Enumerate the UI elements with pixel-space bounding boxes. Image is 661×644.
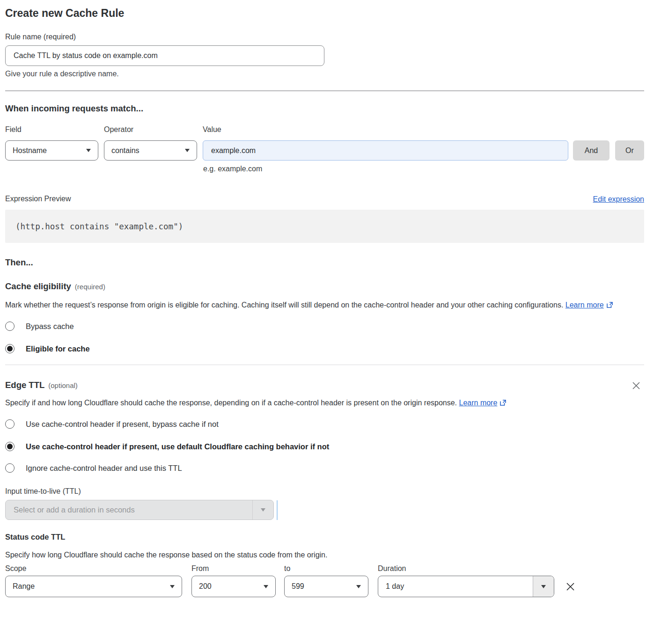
operator-select-value: contains xyxy=(111,146,140,155)
from-label: From xyxy=(191,564,284,573)
to-select[interactable]: 599 xyxy=(284,576,368,597)
chevron-down-icon xyxy=(261,508,265,512)
value-label: Value xyxy=(203,125,568,134)
ttl-duration-select[interactable]: Select or add a duration in seconds xyxy=(5,500,274,520)
edge-ttl-radio-default[interactable] xyxy=(5,442,15,451)
status-labels-row: Scope From to Duration xyxy=(5,564,644,573)
edge-ttl-qualifier: (optional) xyxy=(48,381,78,389)
rule-name-value: Cache TTL by status code on example.com xyxy=(14,51,158,60)
match-heading: When incoming requests match... xyxy=(5,103,644,114)
edge-ttl-option-bypass-label[interactable]: Use cache-control header if present, byp… xyxy=(26,420,219,429)
status-code-ttl-heading: Status code TTL xyxy=(5,533,644,542)
edge-ttl-radio-ignore[interactable] xyxy=(5,463,15,473)
eligible-for-cache-option[interactable]: Eligible for cache xyxy=(5,344,644,353)
cache-eligibility-heading: Cache eligibility(required) xyxy=(5,281,644,292)
edit-expression-link[interactable]: Edit expression xyxy=(593,195,644,204)
field-label: Field xyxy=(5,125,98,134)
status-code-ttl-description: Specify how long Cloudflare should cache… xyxy=(5,551,644,559)
match-labels-row: Field Operator Value xyxy=(5,125,644,134)
duration-combobox[interactable]: 1 day xyxy=(378,576,554,597)
edge-ttl-radio-bypass[interactable] xyxy=(5,419,15,429)
or-button[interactable]: Or xyxy=(615,140,644,161)
edge-ttl-header-row: Edge TTL(optional) xyxy=(5,380,644,390)
match-controls-row: Hostname contains example.com And Or xyxy=(5,140,644,161)
scope-label: Scope xyxy=(5,564,191,573)
chevron-down-icon xyxy=(86,149,91,152)
edge-ttl-option-bypass[interactable]: Use cache-control header if present, byp… xyxy=(5,419,644,429)
field-select[interactable]: Hostname xyxy=(5,140,98,161)
chevron-down-icon xyxy=(356,585,361,588)
edge-ttl-learn-more-link[interactable]: Learn more xyxy=(459,399,507,407)
operator-label: Operator xyxy=(104,125,197,134)
text-cursor xyxy=(277,500,278,520)
rule-name-input[interactable]: Cache TTL by status code on example.com xyxy=(5,45,324,66)
edge-ttl-option-ignore-label[interactable]: Ignore cache-control header and use this… xyxy=(26,464,182,473)
cache-eligibility-description: Mark whether the request’s response from… xyxy=(5,299,635,312)
rule-name-label: Rule name (required) xyxy=(5,32,644,42)
to-select-value: 599 xyxy=(292,582,304,591)
eligible-for-cache-radio[interactable] xyxy=(5,344,15,353)
section-divider xyxy=(5,365,644,365)
ttl-select-arrow-segment[interactable] xyxy=(252,500,273,520)
page-title: Create new Cache Rule xyxy=(5,7,644,20)
close-icon[interactable] xyxy=(632,381,640,390)
from-select[interactable]: 200 xyxy=(191,576,276,597)
scope-select-value: Range xyxy=(13,582,35,591)
chevron-down-icon xyxy=(170,585,175,588)
external-link-icon xyxy=(606,301,613,308)
edge-ttl-description: Specify if and how long Cloudflare shoul… xyxy=(5,396,520,410)
close-icon xyxy=(566,582,575,592)
ttl-input-label: Input time-to-live (TTL) xyxy=(5,487,644,496)
edge-ttl-option-default-label[interactable]: Use cache-control header if present, use… xyxy=(26,442,329,451)
then-heading: Then... xyxy=(5,257,644,268)
delete-row-button[interactable] xyxy=(566,582,575,592)
and-button[interactable]: And xyxy=(573,140,610,161)
chevron-down-icon xyxy=(264,585,268,588)
chevron-down-icon xyxy=(541,585,546,588)
scope-select[interactable]: Range xyxy=(5,576,182,597)
value-input[interactable]: example.com xyxy=(203,140,568,161)
cache-eligibility-learn-more-link[interactable]: Learn more xyxy=(566,301,613,309)
value-hint: e.g. example.com xyxy=(203,165,644,173)
rule-name-help: Give your rule a descriptive name. xyxy=(5,70,644,78)
edge-ttl-option-ignore[interactable]: Ignore cache-control header and use this… xyxy=(5,463,644,473)
eligible-for-cache-label[interactable]: Eligible for cache xyxy=(26,344,90,353)
duration-arrow-segment[interactable] xyxy=(533,576,554,597)
ttl-duration-placeholder: Select or add a duration in seconds xyxy=(14,505,135,514)
field-select-value: Hostname xyxy=(13,146,47,155)
status-controls-row: Range 200 599 1 day xyxy=(5,576,644,597)
value-input-text: example.com xyxy=(211,146,256,155)
external-link-icon xyxy=(499,399,507,406)
bypass-cache-radio[interactable] xyxy=(5,322,15,331)
edge-ttl-option-default[interactable]: Use cache-control header if present, use… xyxy=(5,442,644,451)
section-divider xyxy=(5,90,644,91)
bypass-cache-label[interactable]: Bypass cache xyxy=(26,322,74,331)
ttl-select-row: Select or add a duration in seconds xyxy=(5,500,644,520)
edge-ttl-heading: Edge TTL(optional) xyxy=(5,380,78,390)
to-label: to xyxy=(284,564,378,573)
from-select-value: 200 xyxy=(199,582,212,591)
expression-header-row: Expression Preview Edit expression xyxy=(5,194,644,204)
expression-code-box: (http.host contains "example.com") xyxy=(5,210,644,243)
operator-select[interactable]: contains xyxy=(104,140,197,161)
duration-value: 1 day xyxy=(386,582,404,591)
duration-label: Duration xyxy=(378,564,406,573)
bypass-cache-option[interactable]: Bypass cache xyxy=(5,322,644,331)
expression-code: (http.host contains "example.com") xyxy=(15,222,183,231)
expression-preview-label: Expression Preview xyxy=(5,194,71,204)
cache-eligibility-qualifier: (required) xyxy=(75,283,105,291)
chevron-down-icon xyxy=(185,149,190,152)
